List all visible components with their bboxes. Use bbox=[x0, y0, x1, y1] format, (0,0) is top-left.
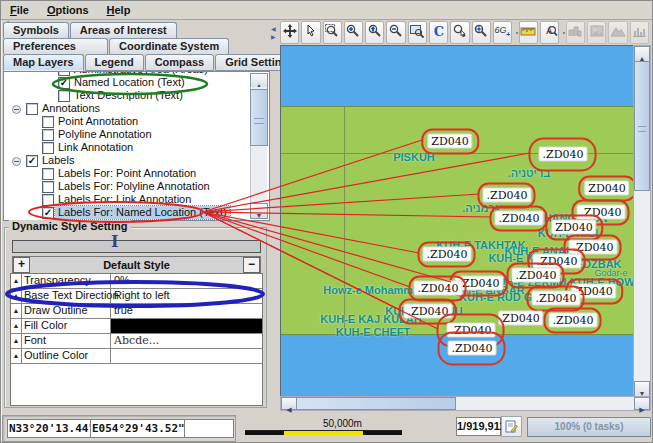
layer-checkbox[interactable] bbox=[42, 142, 54, 154]
tree-item[interactable]: Labels For: Point Annotation bbox=[4, 167, 269, 180]
map-marker: .ZD040 bbox=[423, 247, 472, 262]
zoom-center-tool-button[interactable] bbox=[472, 21, 491, 44]
menu-options[interactable]: Options bbox=[38, 2, 98, 18]
style-header-title: Default Style bbox=[30, 259, 243, 271]
tree-item[interactable]: ✓Labels For: Named Location (Text) bbox=[4, 206, 269, 219]
layer-checkbox[interactable] bbox=[42, 168, 54, 180]
style-row-draw-outline[interactable]: ▲Draw Outlinetrue bbox=[11, 304, 262, 319]
select-tool-button[interactable] bbox=[301, 21, 320, 44]
property-value[interactable] bbox=[111, 319, 262, 333]
edit-scale-button[interactable] bbox=[501, 416, 522, 437]
map-vertical-scrollbar[interactable]: ▲ ▼ bbox=[633, 45, 651, 398]
map-viewport[interactable]: PISKUH.בריטניה.גרמניהKUH-E AHANGARUNKUH-… bbox=[280, 45, 634, 398]
refresh-tool-button[interactable]: C bbox=[429, 21, 448, 44]
tab-map-layers[interactable]: Map Layers bbox=[3, 54, 84, 71]
zoom-out-tool-button[interactable] bbox=[386, 21, 405, 44]
property-value[interactable] bbox=[111, 349, 262, 363]
terrain-icon bbox=[610, 23, 626, 43]
tree-item-label[interactable]: Labels For: Named Location (Text) bbox=[55, 206, 230, 219]
layer-checkbox[interactable] bbox=[42, 194, 54, 206]
goto-xy-tool-button[interactable]: 6G+ bbox=[493, 21, 512, 44]
tree-expander-icon[interactable] bbox=[12, 105, 21, 114]
tree-item[interactable]: Labels For: Polyline Annotation bbox=[4, 180, 269, 193]
layer-checkbox[interactable] bbox=[26, 103, 38, 115]
tree-item-label[interactable]: Named Location (Text) bbox=[71, 76, 188, 89]
property-value[interactable]: true bbox=[111, 304, 262, 318]
tab-preferences[interactable]: Preferences bbox=[3, 38, 108, 54]
tab-compass[interactable]: Compass bbox=[145, 54, 215, 71]
tree-item-label[interactable]: Link Annotation bbox=[55, 141, 136, 154]
tree-item[interactable]: Link Annotation bbox=[4, 141, 269, 154]
map-scroll-up-button[interactable]: ▲ bbox=[634, 46, 650, 62]
zoom-extent-tool-button[interactable] bbox=[408, 21, 427, 44]
zoom-in-tool-button[interactable] bbox=[344, 21, 363, 44]
tree-item[interactable]: Annotations bbox=[4, 102, 269, 115]
style-row-outline-color[interactable]: ▲Outline Color bbox=[11, 349, 262, 364]
tab-coordinate-system[interactable]: Coordinate System bbox=[109, 38, 229, 54]
style-property-table[interactable]: ▲Transparency0%▲Base Text DirectionRight… bbox=[10, 273, 263, 406]
tree-item-label[interactable]: Labels For: Link Annotation bbox=[55, 193, 194, 206]
extra-coord-field[interactable] bbox=[184, 419, 234, 438]
style-row-base-text-direction[interactable]: ▲Base Text DirectionRight to left bbox=[11, 289, 262, 304]
map-scroll-right-button[interactable]: ▶ bbox=[634, 397, 650, 410]
layer-checkbox[interactable] bbox=[42, 129, 54, 141]
tree-item[interactable]: Point Annotation bbox=[4, 115, 269, 128]
tree-expander-icon[interactable] bbox=[12, 157, 21, 166]
property-value[interactable]: Abcde... bbox=[111, 334, 262, 348]
menu-help[interactable]: Help bbox=[98, 2, 140, 18]
tab-legend[interactable]: Legend bbox=[85, 54, 144, 71]
property-value[interactable]: 0% bbox=[111, 274, 262, 288]
map-scroll-down-button[interactable]: ▼ bbox=[634, 381, 650, 397]
measure-tool-button[interactable] bbox=[519, 21, 538, 44]
layer-checkbox[interactable] bbox=[42, 181, 54, 193]
menu-file[interactable]: File bbox=[1, 2, 38, 18]
style-slider[interactable] bbox=[12, 240, 261, 253]
remove-style-button[interactable]: − bbox=[243, 257, 260, 273]
tree-item-label[interactable]: Text Description (Text) bbox=[71, 89, 186, 102]
collapse-right-icon[interactable]: ▶ bbox=[271, 34, 276, 40]
layer-checkbox[interactable]: ✓ bbox=[58, 77, 70, 89]
tree-item-label[interactable]: Annotations bbox=[39, 102, 103, 115]
layer-tree[interactable]: ✓Administrative Area (Areas)✓Named Locat… bbox=[3, 71, 270, 221]
tree-item[interactable]: ✓Labels bbox=[4, 154, 269, 167]
longitude-field[interactable]: E054°29'43.52" bbox=[90, 419, 186, 438]
panel-splitter[interactable]: ◀ ▶ bbox=[270, 20, 279, 410]
find-text-tool-button[interactable]: A bbox=[540, 21, 559, 44]
layer-checkbox[interactable]: ✓ bbox=[26, 155, 38, 167]
tree-item-label[interactable]: Point Annotation bbox=[55, 115, 141, 128]
style-row-font[interactable]: ▲FontAbcde... bbox=[11, 334, 262, 349]
zoom-select-tool-button[interactable] bbox=[450, 21, 469, 44]
zoom-window-tool-button[interactable] bbox=[323, 21, 342, 44]
tree-item[interactable]: Text Description (Text) bbox=[4, 89, 269, 102]
map-scroll-left-button[interactable]: ◀ bbox=[281, 397, 297, 410]
tree-scrollbar-thumb[interactable] bbox=[250, 89, 268, 146]
layer-checkbox[interactable] bbox=[42, 116, 54, 128]
tab-symbols[interactable]: Symbols bbox=[3, 22, 69, 38]
layer-checkbox[interactable] bbox=[58, 90, 70, 102]
add-style-button[interactable]: + bbox=[13, 257, 30, 273]
map-marker: .ZD040 bbox=[448, 341, 497, 356]
zoom-up-tool-button[interactable] bbox=[365, 21, 384, 44]
map-hscroll-thumb[interactable] bbox=[296, 397, 456, 410]
tree-scroll-down-button[interactable]: ▼ bbox=[250, 203, 268, 219]
property-name: Outline Color bbox=[22, 349, 111, 363]
map-vscroll-thumb[interactable] bbox=[634, 61, 650, 191]
map-scale-ratio-field[interactable]: 1/919,911 bbox=[456, 417, 501, 436]
tree-item-label[interactable]: Labels For: Point Annotation bbox=[55, 167, 199, 180]
tree-item-label[interactable]: Labels bbox=[39, 154, 77, 167]
tree-item[interactable]: Labels For: Link Annotation bbox=[4, 193, 269, 206]
tree-item-label[interactable]: Polyline Annotation bbox=[55, 128, 155, 141]
style-row-transparency[interactable]: ▲Transparency0% bbox=[11, 274, 262, 289]
tree-item[interactable]: ✓Named Location (Text) bbox=[4, 76, 269, 89]
pan-tool-button[interactable] bbox=[280, 21, 299, 44]
collapse-left-icon[interactable]: ◀ bbox=[271, 26, 276, 32]
tree-item-label[interactable]: Labels For: Polyline Annotation bbox=[55, 180, 213, 193]
tree-item[interactable]: Polyline Annotation bbox=[4, 128, 269, 141]
layer-checkbox[interactable]: ✓ bbox=[42, 207, 54, 219]
property-value[interactable]: Right to left bbox=[111, 289, 262, 303]
scale-segment bbox=[245, 431, 284, 435]
style-row-fill-color[interactable]: ▲Fill Color bbox=[11, 319, 262, 334]
tab-areas-of-interest[interactable]: Areas of Interest bbox=[70, 22, 177, 38]
map-horizontal-scrollbar[interactable]: ◀ ▶ bbox=[280, 396, 651, 411]
latitude-field[interactable]: N33°20'13.44" bbox=[7, 419, 92, 438]
